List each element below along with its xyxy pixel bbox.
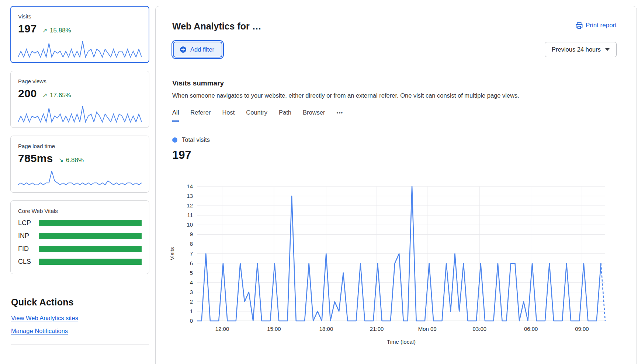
printer-icon bbox=[576, 22, 583, 29]
svg-text:5: 5 bbox=[190, 270, 193, 276]
svg-text:0: 0 bbox=[190, 318, 193, 324]
svg-text:18:00: 18:00 bbox=[319, 326, 333, 332]
svg-text:21:00: 21:00 bbox=[370, 326, 384, 332]
svg-text:15:00: 15:00 bbox=[267, 326, 281, 332]
svg-text:Time (local): Time (local) bbox=[387, 339, 416, 345]
tab-path[interactable]: Path bbox=[279, 109, 291, 122]
metrics-sidebar: Visits 197 ↗ 15.88% Page views 200 ↗ 17.… bbox=[10, 6, 149, 345]
plus-circle-icon bbox=[180, 46, 187, 53]
trend-up-icon: ↗ bbox=[42, 27, 47, 34]
time-range-value: Previous 24 hours bbox=[552, 46, 601, 53]
trend: ↗ 15.88% bbox=[42, 27, 71, 34]
svg-text:7: 7 bbox=[190, 251, 193, 257]
svg-text:4: 4 bbox=[190, 279, 193, 286]
metric-label: Page load time bbox=[18, 143, 142, 149]
total-visits-value: 197 bbox=[172, 148, 617, 162]
metric-value: 785ms bbox=[18, 152, 53, 165]
visits-sparkline bbox=[18, 39, 142, 58]
svg-text:06:00: 06:00 bbox=[524, 326, 538, 332]
quick-actions-title: Quick Actions bbox=[11, 297, 149, 308]
print-report-label: Print report bbox=[586, 22, 617, 29]
svg-text:8: 8 bbox=[190, 241, 193, 247]
svg-text:6: 6 bbox=[190, 260, 193, 266]
svg-text:13: 13 bbox=[187, 193, 193, 199]
svg-text:11: 11 bbox=[187, 212, 193, 218]
print-report-link[interactable]: Print report bbox=[576, 22, 617, 29]
divider bbox=[11, 344, 149, 345]
cwv-metric-label: INP bbox=[18, 232, 39, 240]
metric-card-page-load-time[interactable]: Page load time 785ms ↘ 6.88% bbox=[10, 136, 149, 193]
tab-referer[interactable]: Referer bbox=[190, 109, 211, 122]
cwv-row-fid: FID bbox=[18, 245, 142, 253]
cwv-bar-cls bbox=[39, 259, 142, 265]
section-title: Visits summary bbox=[172, 79, 617, 87]
svg-text:12:00: 12:00 bbox=[215, 326, 229, 332]
add-filter-button[interactable]: Add filter bbox=[173, 42, 222, 57]
card-title: Core Web Vitals bbox=[18, 208, 142, 214]
metric-label: Page views bbox=[18, 78, 142, 84]
more-tabs-ellipsis-icon[interactable]: ••• bbox=[337, 110, 343, 121]
time-range-dropdown[interactable]: Previous 24 hours bbox=[545, 42, 617, 57]
manage-notifications-link[interactable]: Manage Notifications bbox=[11, 328, 68, 335]
page-title: Web Analytics for … bbox=[172, 21, 261, 32]
svg-text:10: 10 bbox=[187, 221, 193, 228]
trend-value: 17.65% bbox=[50, 92, 71, 99]
trend-down-icon: ↘ bbox=[58, 157, 63, 164]
metric-value: 197 bbox=[18, 22, 37, 35]
metric-card-visits[interactable]: Visits 197 ↗ 15.88% bbox=[10, 6, 149, 63]
tab-host[interactable]: Host bbox=[222, 109, 235, 122]
dimension-tabs: All Referer Host Country Path Browser ••… bbox=[172, 109, 617, 122]
trend-value: 15.88% bbox=[50, 27, 71, 34]
page-load-sparkline bbox=[18, 169, 142, 188]
trend-value: 6.88% bbox=[66, 157, 84, 164]
cwv-bar-inp bbox=[39, 233, 142, 239]
legend-label: Total visits bbox=[182, 136, 210, 143]
section-description: When someone navigates to your website, … bbox=[172, 92, 617, 99]
cwv-metric-label: LCP bbox=[18, 219, 39, 227]
cwv-row-cls: CLS bbox=[18, 258, 142, 266]
cwv-bar-lcp bbox=[39, 220, 142, 226]
svg-text:14: 14 bbox=[187, 183, 193, 189]
svg-text:Mon 09: Mon 09 bbox=[418, 326, 437, 332]
svg-text:3: 3 bbox=[190, 289, 193, 295]
metric-value: 200 bbox=[18, 87, 37, 100]
tab-country[interactable]: Country bbox=[246, 109, 267, 122]
cwv-metric-label: FID bbox=[18, 245, 39, 253]
chevron-down-icon bbox=[605, 48, 610, 51]
trend: ↘ 6.88% bbox=[58, 157, 84, 164]
add-filter-label: Add filter bbox=[190, 46, 214, 53]
analytics-panel: Web Analytics for … Print report Add fil… bbox=[155, 6, 637, 364]
svg-text:03:00: 03:00 bbox=[473, 326, 487, 332]
visits-chart: 12:0015:0018:0021:00Mon 0903:0006:0009:0… bbox=[168, 179, 617, 350]
metric-card-page-views[interactable]: Page views 200 ↗ 17.65% bbox=[10, 71, 149, 128]
core-web-vitals-card[interactable]: Core Web Vitals LCP INP FID CLS bbox=[10, 200, 149, 274]
metric-label: Visits bbox=[18, 13, 142, 20]
chart-legend: Total visits bbox=[172, 136, 617, 143]
trend: ↗ 17.65% bbox=[42, 92, 71, 99]
tab-all[interactable]: All bbox=[172, 109, 179, 122]
tab-browser[interactable]: Browser bbox=[303, 109, 325, 122]
cwv-metric-label: CLS bbox=[18, 258, 39, 266]
svg-text:12: 12 bbox=[187, 202, 193, 209]
svg-text:9: 9 bbox=[190, 231, 193, 237]
svg-text:09:00: 09:00 bbox=[575, 326, 589, 332]
cwv-bar-fid bbox=[39, 246, 142, 252]
legend-dot-icon bbox=[172, 137, 177, 143]
view-web-analytics-sites-link[interactable]: View Web Analytics sites bbox=[11, 315, 78, 322]
svg-text:1: 1 bbox=[190, 308, 193, 314]
quick-actions: Quick Actions View Web Analytics sites M… bbox=[10, 297, 149, 345]
cwv-row-inp: INP bbox=[18, 232, 142, 240]
svg-text:2: 2 bbox=[190, 298, 193, 305]
cwv-row-lcp: LCP bbox=[18, 219, 142, 227]
svg-text:Visits: Visits bbox=[169, 247, 175, 260]
page-views-sparkline bbox=[18, 104, 142, 123]
trend-up-icon: ↗ bbox=[42, 92, 47, 99]
